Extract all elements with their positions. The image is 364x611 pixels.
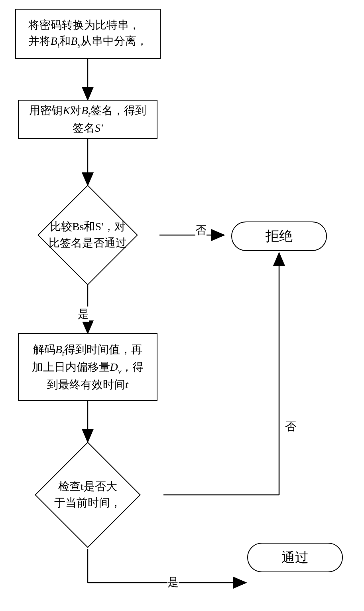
decision-compare-signature-shape [37,185,138,285]
flow-arrows [0,0,364,611]
var-bs: B [71,35,77,47]
var-bs-sub: s [78,41,81,49]
step-decode-time: 解码Bt得到时间值，再 加上日内偏移量Dv，得 到最终有效时间t [18,333,157,401]
text: 得到时间值，再 [64,343,142,356]
text: 签名，得到 [91,104,146,117]
var-bt: B [51,35,57,47]
text: 并将 [28,35,51,47]
terminal-pass: 通过 [247,543,343,572]
var-bt: B [81,104,88,117]
var-t: t [125,378,128,391]
text: 到最终有效时间 [47,378,125,391]
text: 对 [70,104,81,117]
step-sign-bt: 用密钥K对Bt签名，得到 签名S' [18,100,157,139]
terminal-pass-label: 通过 [281,548,309,567]
var-k: K [63,104,70,117]
label-no-1: 否 [195,223,207,238]
text: 签名 [73,122,95,134]
text: 将密码转换为比特串， [28,19,140,31]
text: 解码 [33,343,55,356]
terminal-reject-label: 拒绝 [266,227,293,245]
text: 从串中分离， [81,35,148,47]
var-dv: D [110,361,118,373]
text: 和 [59,35,71,47]
label-no-2: 否 [285,419,296,434]
text: ，得 [121,361,144,373]
text: 用密钥 [29,104,63,117]
label-yes-1: 是 [78,306,89,322]
terminal-reject: 拒绝 [231,221,327,251]
text: 加上日内偏移量 [32,361,110,373]
label-yes-2: 是 [167,575,179,590]
var-s-prime: S' [95,122,103,134]
step-convert-and-split: 将密码转换为比特串， 并将Bt和Bs从串中分离， [15,9,161,59]
decision-check-time-shape [35,442,141,548]
var-bt: B [55,343,62,356]
